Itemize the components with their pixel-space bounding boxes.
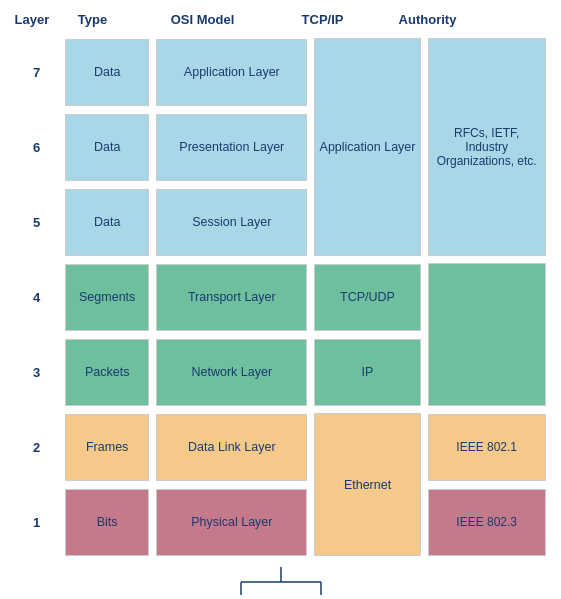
table-row: 2 Frames Data Link Layer Ethernet IEEE 8… [14,411,548,483]
layer-num-4: 4 [14,261,60,333]
table-row: 1 Bits Physical Layer IEEE 802.3 [14,486,548,558]
layer-num-2: 2 [14,411,60,483]
header-tcpip: TCP/IP [273,10,373,29]
header-layer: Layer [11,10,53,29]
osi-4: Transport Layer [156,264,307,331]
tcpip-application: Application Layer [314,38,421,256]
type-2: Frames [65,414,149,481]
type-3: Packets [65,339,149,406]
header-type: Type [53,10,133,29]
type-1: Bits [65,489,149,556]
osi-3: Network Layer [156,339,307,406]
tcpip-ip: IP [314,339,421,406]
osi-1: Physical Layer [156,489,307,556]
layer-num-7: 7 [14,36,60,108]
authority-top: RFCs, IETF, Industry Organizations, etc. [428,38,546,256]
authority-mid-empty [428,263,546,406]
osi-6: Presentation Layer [156,114,307,181]
tcpip-ethernet: Ethernet [314,413,421,556]
layer-num-5: 5 [14,186,60,258]
osi-table: 7 Data Application Layer Application Lay… [11,33,551,561]
type-7: Data [65,39,149,106]
osi-7: Application Layer [156,39,307,106]
layer-num-6: 6 [14,111,60,183]
osi-2: Data Link Layer [156,414,307,481]
bottom-area: Network [11,567,551,599]
header-osi: OSI Model [133,10,273,29]
table-row: 7 Data Application Layer Application Lay… [14,36,548,108]
osi-5: Session Layer [156,189,307,256]
layer-num-3: 3 [14,336,60,408]
type-4: Segments [65,264,149,331]
tcpip-transport: TCP/UDP [314,264,421,331]
type-5: Data [65,189,149,256]
table-row: 4 Segments Transport Layer TCP/UDP [14,261,548,333]
type-6: Data [65,114,149,181]
authority-ieee8023: IEEE 802.3 [428,489,546,556]
header-authority: Authority [373,10,483,29]
header-row: Layer Type OSI Model TCP/IP Authority [11,10,551,29]
layer-num-1: 1 [14,486,60,558]
network-lines-svg [221,567,341,597]
osi-model-diagram: Layer Type OSI Model TCP/IP Authority 7 … [11,10,551,599]
authority-ieee8021: IEEE 802.1 [428,414,546,481]
